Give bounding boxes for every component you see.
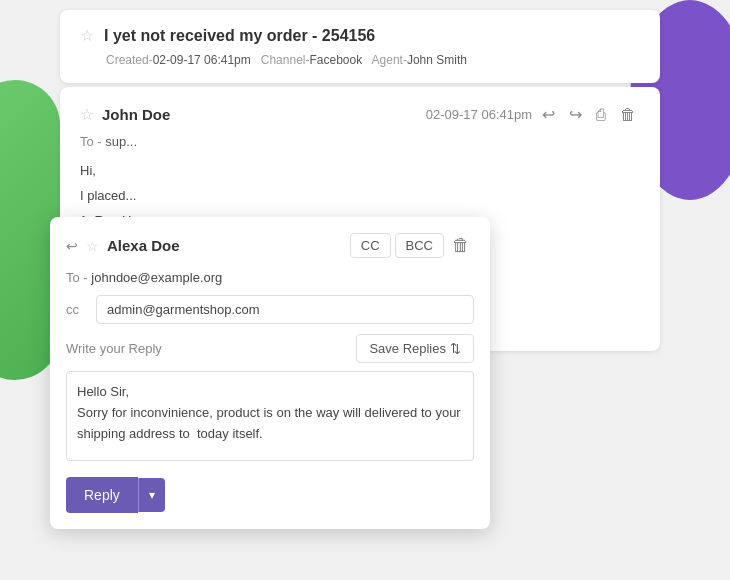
- compose-cc-row: cc: [66, 295, 474, 324]
- save-replies-button[interactable]: Save Replies ⇅: [356, 334, 474, 363]
- compose-textarea[interactable]: Hello Sir, Sorry for inconvinience, prod…: [66, 371, 474, 461]
- compose-sender-info: ↩ ☆ Alexa Doe: [66, 237, 180, 254]
- email-card: ☆ John Doe 02-09-17 06:41pm ↩ ↪ ⎙ 🗑 To -…: [60, 87, 660, 351]
- channel-label: Channel-: [261, 53, 310, 67]
- compose-cc-input[interactable]: [96, 295, 474, 324]
- compose-star-icon[interactable]: ☆: [86, 238, 99, 254]
- email-to-label: To -: [80, 134, 102, 149]
- compose-btn-group: CC BCC 🗑: [350, 233, 474, 258]
- cc-button[interactable]: CC: [350, 233, 391, 258]
- ticket-header-card: ☆ I yet not received my order - 254156 C…: [60, 10, 660, 83]
- agent-value: John Smith: [407, 53, 467, 67]
- ticket-title: I yet not received my order - 254156: [104, 27, 375, 45]
- bcc-button[interactable]: BCC: [395, 233, 444, 258]
- compose-write-label: Write your Reply: [66, 341, 162, 356]
- compose-to-label: To -: [66, 270, 88, 285]
- email-sender-name: John Doe: [102, 106, 170, 123]
- main-container: ☆ I yet not received my order - 254156 C…: [60, 10, 660, 351]
- compose-cc-label: cc: [66, 302, 86, 317]
- ticket-meta: Created-02-09-17 06:41pm Channel-Faceboo…: [80, 53, 640, 67]
- compose-sender-name: Alexa Doe: [107, 237, 180, 254]
- compose-to-row: To - johndoe@example.org: [66, 270, 474, 285]
- reply-dropdown-button[interactable]: ▾: [138, 478, 165, 512]
- email-forward-icon-btn[interactable]: ↪: [565, 103, 586, 126]
- created-label: Created-: [106, 53, 153, 67]
- compose-write-row: Write your Reply Save Replies ⇅: [66, 334, 474, 363]
- email-reply-icon-btn[interactable]: ↩: [538, 103, 559, 126]
- compose-reply-icon: ↩: [66, 238, 78, 254]
- reply-compose-panel: ↩ ☆ Alexa Doe CC BCC 🗑 To - johndoe@exam…: [50, 217, 490, 529]
- agent-label: Agent-: [372, 53, 407, 67]
- reply-button[interactable]: Reply: [66, 477, 138, 513]
- email-sender-row: ☆ John Doe: [80, 105, 170, 124]
- email-to: To - sup...: [80, 134, 640, 149]
- email-body-line-1: Hi,: [80, 161, 640, 182]
- email-print-icon-btn[interactable]: ⎙: [592, 104, 610, 126]
- email-star-icon[interactable]: ☆: [80, 105, 94, 124]
- reply-dropdown-arrow-icon: ▾: [149, 488, 155, 502]
- save-replies-label: Save Replies: [369, 341, 446, 356]
- email-to-value: sup...: [105, 134, 137, 149]
- channel-value: Facebook: [309, 53, 362, 67]
- ticket-star-icon[interactable]: ☆: [80, 26, 94, 45]
- ticket-title-row: ☆ I yet not received my order - 254156: [80, 26, 640, 45]
- compose-footer: Reply ▾: [66, 477, 474, 513]
- email-delete-icon-btn[interactable]: 🗑: [616, 104, 640, 126]
- email-header-row: ☆ John Doe 02-09-17 06:41pm ↩ ↪ ⎙ 🗑: [80, 103, 640, 126]
- compose-to-value: johndoe@example.org: [91, 270, 222, 285]
- save-replies-chevron-icon: ⇅: [450, 341, 461, 356]
- compose-delete-button[interactable]: 🗑: [448, 233, 474, 258]
- created-value: 02-09-17 06:41pm: [153, 53, 251, 67]
- email-date: 02-09-17 06:41pm: [426, 107, 532, 122]
- email-body-line-2: I placed...: [80, 186, 640, 207]
- compose-header: ↩ ☆ Alexa Doe CC BCC 🗑: [66, 233, 474, 258]
